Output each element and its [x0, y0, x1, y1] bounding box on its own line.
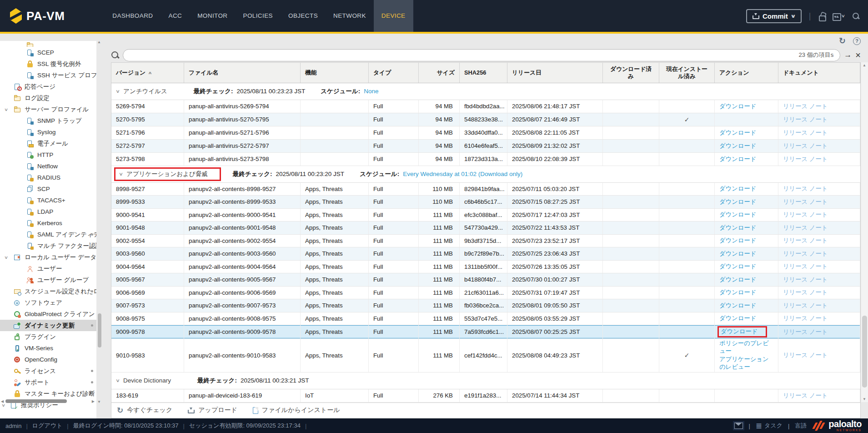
schedule-link[interactable]: None	[364, 88, 378, 95]
sidebar-item-5[interactable]: ログ設定	[0, 92, 96, 104]
sidebar-item-8[interactable]: Syslog	[0, 126, 96, 138]
release-notes-link[interactable]: リリース ノート	[783, 116, 828, 124]
sidebar-item-13[interactable]: SCP	[0, 183, 96, 195]
mail-icon[interactable]	[734, 423, 743, 429]
table-vertical-scrollbar[interactable]: ▲ ▼	[861, 62, 868, 402]
release-notes-link[interactable]: リリース ノート	[783, 198, 828, 206]
release-notes-link[interactable]: リリース ノート	[783, 237, 828, 245]
tab-objects[interactable]: OBJECTS	[281, 0, 326, 32]
sidebar-item-10[interactable]: HTTP	[0, 149, 96, 161]
column-header-downloaded[interactable]: ダウンロード済み	[603, 63, 659, 83]
refresh-icon[interactable]: ↻	[839, 36, 846, 46]
check-now-button[interactable]: ↻ 今すぐチェック	[117, 406, 172, 415]
lock-icon[interactable]	[818, 12, 825, 20]
column-header-size[interactable]: サイズ	[419, 63, 460, 83]
release-notes-link[interactable]: リリース ノート	[783, 351, 828, 359]
scroll-down-arrow[interactable]: ▼	[863, 397, 866, 401]
download-link[interactable]: ダウンロード	[719, 224, 756, 232]
release-notes-link[interactable]: リリース ノート	[783, 155, 828, 163]
download-link[interactable]: ダウンロード	[719, 314, 756, 322]
sidebar-item-21[interactable]: ユーザー グループ	[0, 274, 96, 286]
app-review-link[interactable]: アプリケーションのレビュー	[719, 356, 773, 371]
tab-dashboard[interactable]: DASHBOARD	[105, 0, 161, 32]
download-link[interactable]: ダウンロード	[719, 262, 756, 271]
sidebar-item-20[interactable]: ユーザー	[0, 263, 96, 274]
release-notes-link[interactable]: リリース ノート	[783, 314, 828, 322]
chevron-down-icon[interactable]: ∨	[4, 255, 8, 260]
download-link[interactable]: ダウンロード	[719, 211, 756, 219]
sidebar-item-28[interactable]: OpenConfig	[0, 354, 96, 365]
release-notes-link[interactable]: リリース ノート	[783, 129, 828, 137]
sidebar-item-9[interactable]: 電子メール	[0, 138, 96, 149]
download-link[interactable]: ダウンロード	[719, 302, 756, 310]
language-button[interactable]: 言語	[795, 422, 807, 430]
sidebar-item-19[interactable]: ∨ローカル ユーザー データベ	[0, 252, 96, 263]
download-link[interactable]: ダウンロード	[719, 288, 756, 297]
release-notes-link[interactable]: リリース ノート	[783, 211, 828, 219]
clear-filter-icon[interactable]: ×	[855, 50, 861, 60]
column-header-installed[interactable]: 現在インストール済み	[659, 63, 715, 83]
sidebar-item-18[interactable]: マルチ ファクター認証	[0, 240, 96, 252]
chevron-down-icon[interactable]: ∨	[115, 378, 120, 383]
download-link[interactable]: ダウンロード	[719, 102, 756, 111]
column-header-type[interactable]: タイプ	[369, 63, 419, 83]
release-notes-link[interactable]: リリース ノート	[783, 392, 828, 400]
download-link[interactable]: ダウンロード	[719, 142, 756, 150]
release-notes-link[interactable]: リリース ノート	[783, 276, 828, 284]
tab-device[interactable]: DEVICE	[374, 0, 413, 32]
logout-link[interactable]: ログアウト	[32, 422, 63, 430]
scrollbar-thumb[interactable]	[862, 316, 867, 388]
column-header-release_date[interactable]: リリース日	[507, 63, 603, 83]
help-icon[interactable]: ?	[853, 37, 861, 45]
apply-filter-arrow-icon[interactable]: →	[844, 50, 852, 60]
search-input[interactable]: 23 個の項目s	[123, 49, 840, 61]
sidebar-item[interactable]	[0, 41, 96, 47]
download-link[interactable]: ダウンロード	[721, 328, 758, 335]
download-link[interactable]: ダウンロード	[719, 276, 756, 284]
scroll-up-arrow[interactable]: ▲	[97, 40, 101, 44]
sidebar-item-24[interactable]: GlobalProtect クライアン	[0, 308, 96, 320]
column-header-docs[interactable]: ドキュメント	[778, 63, 860, 83]
sidebar-item-30[interactable]: サポート	[0, 377, 96, 388]
download-link[interactable]: ダウンロード	[719, 129, 756, 137]
upload-button[interactable]: アップロード	[188, 406, 237, 414]
sidebar-item-29[interactable]: ライセンス	[0, 365, 96, 377]
sidebar-horizontal-scrollbar[interactable]: ◀ ▶	[0, 398, 95, 404]
sidebar-item-12[interactable]: RADIUS	[0, 172, 96, 183]
column-header-action[interactable]: アクション	[715, 63, 778, 83]
sidebar-item-14[interactable]: TACACS+	[0, 195, 96, 206]
tab-acc[interactable]: ACC	[161, 0, 190, 32]
scroll-up-arrow[interactable]: ▲	[863, 63, 866, 67]
scroll-right-arrow[interactable]: ▶	[92, 399, 95, 403]
tab-policies[interactable]: POLICIES	[236, 0, 281, 32]
download-link[interactable]: ダウンロード	[719, 198, 756, 206]
sidebar-item-26[interactable]: プラグイン	[0, 331, 96, 342]
chevron-down-icon[interactable]: ∨	[4, 107, 8, 112]
tab-monitor[interactable]: MONITOR	[190, 0, 235, 32]
release-notes-link[interactable]: リリース ノート	[783, 302, 828, 310]
chevron-down-icon[interactable]: ∨	[115, 89, 120, 94]
column-header-filename[interactable]: ファイル名	[184, 63, 301, 83]
column-header-version[interactable]: バージョン∧	[111, 63, 184, 83]
sidebar-item-7[interactable]: SNMP トラップ	[0, 115, 96, 126]
commit-button[interactable]: Commit ∨	[746, 9, 802, 23]
download-link[interactable]: ダウンロード	[719, 155, 756, 163]
tab-network[interactable]: NETWORK	[326, 0, 374, 32]
global-search-icon[interactable]	[852, 12, 860, 20]
release-notes-link[interactable]: リリース ノート	[783, 288, 828, 297]
chevron-down-icon[interactable]: ∨	[119, 171, 123, 177]
sidebar-item-22[interactable]: スケジュール設定されたロ	[0, 286, 96, 297]
scrollbar-thumb[interactable]	[98, 313, 101, 347]
sidebar-item-31[interactable]: マスター キーおよび診断	[0, 388, 96, 399]
sidebar-item-4[interactable]: 応答ページ	[0, 81, 96, 92]
sidebar-item-16[interactable]: Kerberos	[0, 217, 96, 229]
release-notes-link[interactable]: リリース ノート	[783, 250, 828, 258]
release-notes-link[interactable]: リリース ノート	[783, 262, 828, 271]
sidebar-vertical-scrollbar[interactable]: ▲ ▼	[96, 47, 103, 398]
sidebar-item-2[interactable]: SSL 復号化例外	[0, 58, 96, 70]
config-save-icon[interactable]	[833, 13, 840, 20]
sidebar-item-15[interactable]: LDAP	[0, 206, 96, 217]
scrollbar-thumb[interactable]	[5, 399, 67, 403]
sidebar-item-3[interactable]: SSH サービス プロファ	[0, 70, 96, 81]
sidebar-item-23[interactable]: ソフトウェア	[0, 297, 96, 308]
